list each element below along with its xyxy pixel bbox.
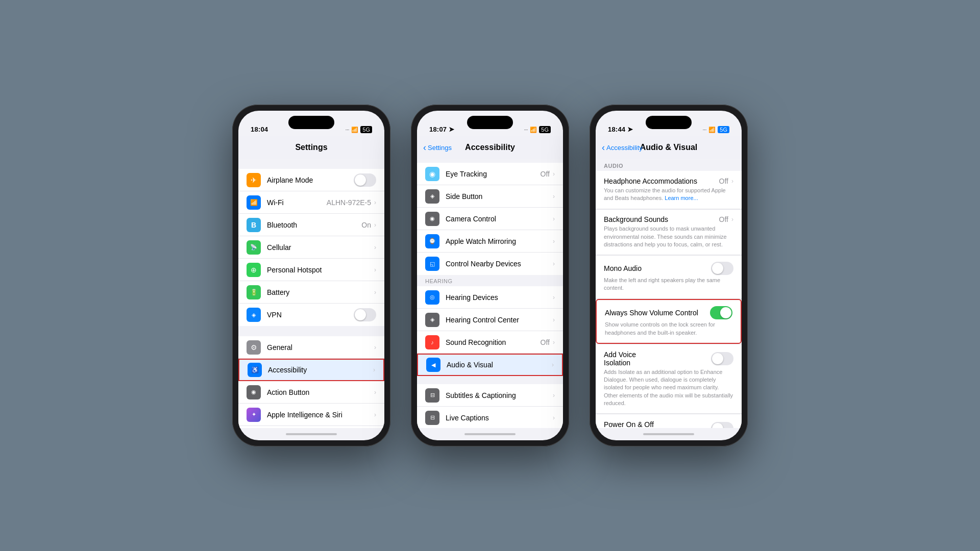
row-label-battery: Battery — [267, 288, 374, 296]
row-value-bluetooth: On — [361, 221, 371, 229]
audio-section-header: AUDIO — [596, 159, 742, 171]
learn-more-link-1[interactable]: Learn more... — [665, 195, 698, 201]
dynamic-island-1 — [288, 116, 334, 129]
row-label-eye-tracking: Eye Tracking — [446, 170, 541, 178]
row-label-camera-control: Camera Control — [446, 215, 553, 223]
chevron-battery: › — [374, 289, 376, 296]
row-personal-hotspot[interactable]: ⊕ Personal Hotspot › — [238, 259, 384, 281]
scroll-content-1[interactable]: ✈ Airplane Mode 📶 Wi-Fi ALHN-972E-5 › — [238, 159, 384, 428]
scroll-content-2[interactable]: ◉ Eye Tracking Off › ◈ Side Button › ◉ — [417, 159, 563, 428]
battery-icon-2: 5G — [539, 126, 551, 133]
row-bluetooth[interactable]: B Bluetooth On › — [238, 214, 384, 236]
chevron-hearing-devices: › — [553, 294, 555, 301]
row-camera[interactable]: 📷 Camera › — [238, 426, 384, 428]
phone-2: 18:07 ➤ ··· 📶 5G ‹ Settings Accessibilit… — [411, 105, 569, 446]
row-label-vpn: VPN — [267, 311, 354, 319]
row-wifi[interactable]: 📶 Wi-Fi ALHN-972E-5 › — [238, 191, 384, 214]
nav-bar-1: Settings — [238, 136, 384, 159]
sound-recognition-icon: ♪ — [425, 335, 439, 349]
voice-isolation-title: Add Voice Isolation — [604, 350, 657, 367]
camera-control-icon: ◉ — [425, 212, 439, 226]
row-label-airplane: Airplane Mode — [267, 176, 354, 184]
row-general[interactable]: ⚙ General › — [238, 336, 384, 359]
chevron-accessibility: › — [373, 366, 375, 373]
row-label-audio-visual: Audio & Visual — [447, 361, 552, 369]
detail-row-always-show-volume[interactable]: Always Show Volume Control Show volume c… — [596, 299, 742, 344]
settings-group-2: ⚙ General › ♿ Accessibility › ◉ Action B… — [238, 336, 384, 428]
wifi-icon-2: 📶 — [530, 127, 537, 133]
background-sounds-chevron: › — [731, 216, 733, 223]
detail-row-background-sounds[interactable]: Background Sounds Off › Plays background… — [596, 209, 742, 255]
wifi-icon: 📶 — [247, 195, 261, 210]
row-label-intelligence: Apple Intelligence & Siri — [267, 411, 374, 419]
side-button-icon: ◈ — [425, 189, 439, 204]
back-arrow-2: ‹ — [423, 142, 426, 153]
battery-row-icon: 🔋 — [247, 285, 261, 299]
row-subtitles[interactable]: ⊟ Subtitles & Captioning › — [417, 384, 563, 407]
intelligence-icon: ✦ — [247, 408, 261, 422]
row-accessibility[interactable]: ♿ Accessibility › — [238, 359, 384, 381]
voice-isolation-toggle[interactable] — [711, 352, 733, 365]
vpn-toggle[interactable] — [354, 308, 376, 321]
eye-tracking-icon: ◉ — [425, 167, 439, 181]
home-bar-1 — [238, 428, 384, 440]
chevron-control-nearby: › — [553, 260, 555, 267]
row-hearing-devices[interactable]: ◎ Hearing Devices › — [417, 286, 563, 309]
row-watch-mirroring[interactable]: ⌚ Apple Watch Mirroring › — [417, 230, 563, 253]
row-eye-tracking[interactable]: ◉ Eye Tracking Off › — [417, 163, 563, 185]
power-sounds-toggle[interactable] — [711, 422, 733, 428]
chevron-hearing-control: › — [553, 316, 555, 323]
row-label-hotspot: Personal Hotspot — [267, 266, 374, 274]
row-apple-intelligence[interactable]: ✦ Apple Intelligence & Siri › — [238, 404, 384, 426]
row-side-button[interactable]: ◈ Side Button › — [417, 185, 563, 208]
row-battery[interactable]: 🔋 Battery › — [238, 281, 384, 304]
always-show-volume-title: Always Show Volume Control — [605, 309, 710, 317]
row-action-button[interactable]: ◉ Action Button › — [238, 381, 384, 404]
hotspot-icon: ⊕ — [247, 263, 261, 277]
chevron-hotspot: › — [374, 266, 376, 273]
row-label-general: General — [267, 343, 374, 352]
row-vpn[interactable]: ◈ VPN — [238, 304, 384, 326]
scroll-content-3[interactable]: AUDIO Headphone Accommodations Off › You… — [596, 159, 742, 428]
row-control-nearby[interactable]: ◱ Control Nearby Devices › — [417, 253, 563, 275]
dynamic-island-2 — [467, 116, 513, 129]
always-show-volume-toggle[interactable] — [710, 306, 732, 319]
row-sound-recognition[interactable]: ♪ Sound Recognition Off › — [417, 331, 563, 354]
nav-bar-3: ‹ Accessibility Audio & Visual — [596, 136, 742, 159]
row-value-sound-recognition: Off — [541, 338, 550, 346]
status-icons-1: ··· 📶 5G — [346, 126, 372, 133]
row-cellular[interactable]: 📡 Cellular › — [238, 236, 384, 259]
accessibility-icon: ♿ — [248, 363, 262, 377]
chevron-camera-control: › — [553, 215, 555, 222]
background-sounds-value: Off — [719, 215, 728, 223]
detail-row-headphone-accommodations[interactable]: Headphone Accommodations Off › You can c… — [596, 171, 742, 209]
phone-1: 18:04 ··· 📶 5G Settings ✈ Airplane Mode — [232, 105, 390, 446]
watch-mirroring-icon: ⌚ — [425, 234, 439, 248]
mono-audio-desc: Make the left and right speakers play th… — [604, 277, 733, 292]
row-airplane-mode[interactable]: ✈ Airplane Mode — [238, 169, 384, 191]
detail-row-power-sounds[interactable]: Power On & Off Sounds Play sound when iP… — [596, 414, 742, 428]
row-label-wifi: Wi-Fi — [267, 198, 327, 207]
row-audio-visual[interactable]: ◀ Audio & Visual › — [417, 354, 563, 376]
nav-back-3[interactable]: ‹ Accessibility — [602, 142, 643, 153]
home-bar-line-1 — [286, 433, 337, 435]
mono-audio-toggle[interactable] — [711, 262, 733, 275]
detail-row-voice-isolation[interactable]: Add Voice Isolation Adds Isolate as an a… — [596, 344, 742, 414]
row-hearing-control[interactable]: ◈ Hearing Control Center › — [417, 309, 563, 331]
row-value-eye-tracking: Off — [541, 170, 550, 178]
nav-back-2[interactable]: ‹ Settings — [423, 142, 452, 153]
row-value-wifi: ALHN-972E-5 — [327, 198, 371, 207]
action-button-icon: ◉ — [247, 385, 261, 399]
airplane-toggle[interactable] — [354, 173, 376, 187]
nav-title-3: Audio & Visual — [640, 143, 698, 152]
voice-isolation-desc: Adds Isolate as an additional option to … — [604, 368, 733, 408]
acc-group-hearing: ◎ Hearing Devices › ◈ Hearing Control Ce… — [417, 286, 563, 376]
headphone-accommodations-title: Headphone Accommodations — [604, 177, 719, 185]
row-label-hearing-devices: Hearing Devices — [446, 293, 553, 302]
row-live-captions[interactable]: ⊟ Live Captions › — [417, 407, 563, 428]
row-camera-control[interactable]: ◉ Camera Control › — [417, 208, 563, 230]
row-label-live-captions: Live Captions — [446, 414, 553, 422]
hearing-section-header: HEARING — [417, 275, 563, 286]
detail-row-mono-audio[interactable]: Mono Audio Make the left and right speak… — [596, 256, 742, 299]
hearing-control-icon: ◈ — [425, 313, 439, 327]
